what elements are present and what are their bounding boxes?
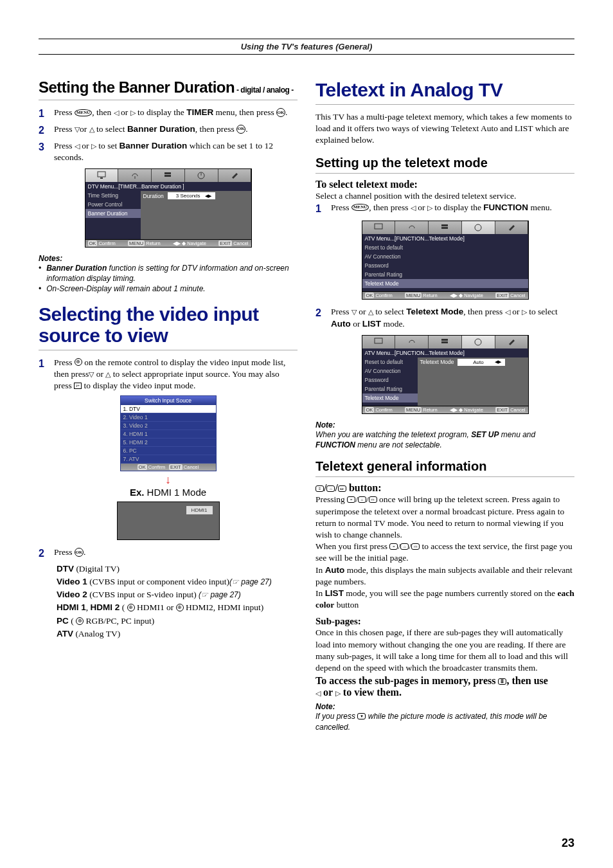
step-2: 2 Press ▽ or △ to select Teletext Mode, …: [315, 306, 574, 329]
step-text: Press MENU, then press ◁ or ▷ to display…: [331, 202, 552, 216]
menu-item: Reset to default: [362, 357, 418, 366]
t: to display the: [136, 107, 187, 117]
label: Teletext Mode: [406, 307, 463, 316]
t: , then press: [463, 307, 505, 316]
t: menu are not selectable.: [355, 440, 442, 449]
t: or: [351, 319, 362, 329]
note-item: If you press ▼ while the picture mode is…: [315, 711, 574, 732]
section-title-video-input: Selecting the video input source to view: [39, 303, 298, 350]
t: mode, you will see the page numbers curr…: [344, 588, 558, 598]
intro-text: This TV has a multi-page teletext memory…: [315, 111, 574, 147]
foot-label: Cancel: [233, 240, 248, 246]
menu-body: Reset to default AV Connection Password …: [362, 357, 528, 406]
t: (: [120, 602, 127, 612]
mix-icon: ⌂: [358, 496, 366, 503]
foot-label: Cancel: [510, 293, 525, 298]
step-1: 1 Press MENU, then press ◁ or ▷ to displ…: [315, 202, 574, 216]
foot-key: EXIT: [495, 293, 509, 298]
t: In: [315, 588, 325, 598]
left-tri-icon: ◁: [315, 689, 321, 697]
tab-feature-icon: [429, 336, 462, 348]
t: When you first press: [315, 541, 389, 551]
t: to select: [373, 307, 406, 316]
foot-key: MENU: [405, 407, 422, 413]
right-tri-icon: ▷: [130, 109, 136, 116]
t: or: [80, 141, 91, 150]
ok-icon: OK: [236, 125, 245, 134]
menu-item: Time Setting: [85, 191, 141, 200]
svg-rect-8: [441, 224, 448, 226]
def-label: ATV: [57, 629, 73, 638]
switch-item: 7. ATV: [121, 455, 216, 464]
foot-key: MENU: [405, 293, 422, 298]
t: Auto: [325, 565, 345, 575]
mix-icon: ⌂: [400, 543, 409, 550]
input-definitions: DTV (Digital TV) Video 1 (CVBS input or …: [57, 563, 298, 640]
step-number: 3: [39, 140, 48, 163]
osd-menu-banner: DTV Menu...[TIMER...Banner Duration ] Ti…: [85, 168, 252, 248]
foot-label: ◀▶ ◆ Navigate: [173, 240, 206, 246]
t: or: [416, 203, 427, 212]
svg-rect-4: [164, 175, 171, 177]
t: .: [285, 107, 287, 117]
t: Pressing: [315, 494, 347, 504]
right-tri-icon: ▷: [91, 142, 96, 150]
t: Press: [331, 307, 351, 316]
t: , then press: [369, 203, 411, 212]
bullet-icon: [39, 263, 42, 284]
note-item: When you are watching the teletext progr…: [315, 429, 574, 450]
input-circle-icon: ⊕: [76, 617, 84, 625]
t: button: [334, 600, 359, 610]
menu-footer: OK Confirm MENU Return ◀▶ ◆ Navigate EXI…: [362, 291, 528, 299]
t: When you are watching the teletext progr…: [315, 430, 471, 439]
t: button:: [346, 482, 382, 493]
title-main: Setting the Banner Duration: [39, 78, 235, 96]
paragraph: In LIST mode, you will see the page numb…: [315, 588, 574, 611]
t: RGB/PC, PC input): [84, 616, 154, 626]
step-number: 1: [39, 107, 48, 121]
step-number: 2: [39, 123, 48, 138]
switch-header: Switch Input Souce: [121, 396, 216, 405]
teletext-icon: ≡: [315, 485, 324, 492]
def-label: Video 1: [57, 577, 87, 586]
step-number: 2: [39, 547, 48, 561]
note-bold: Banner Duration: [46, 264, 107, 273]
t: to select: [527, 307, 558, 316]
left-tri-icon: ◁: [75, 142, 80, 150]
step-text: Press ▽ or △ to select Teletext Mode, th…: [331, 306, 574, 329]
notes-heading: Note:: [315, 702, 574, 711]
step-2: 2 Press OK.: [39, 547, 298, 561]
foot-key: MENU: [128, 240, 145, 246]
foot-label: Return: [423, 407, 438, 413]
t: mode.: [381, 319, 405, 329]
tab-picture-icon: [362, 221, 396, 234]
foot-label: Return: [423, 293, 438, 298]
left-tri-icon: ◁: [505, 308, 510, 316]
tv-icon: ▭: [338, 485, 346, 492]
paragraph: Once in this chosen page, if there are s…: [315, 627, 574, 674]
t: , then: [92, 107, 113, 117]
ex-rest: HDMI 1 Mode: [144, 487, 206, 498]
two-column-layout: Setting the Banner Duration - digital / …: [39, 70, 574, 732]
page-ref: (☞ page 27): [229, 577, 272, 586]
menu-item: Parental Rating: [362, 270, 528, 279]
t: , then press: [195, 124, 237, 134]
paragraph: To access the sub-pages in memory, press…: [315, 675, 574, 687]
right-column: Teletext in Analog TV This TV has a mult…: [315, 70, 574, 732]
foot-label: Confirm: [148, 464, 165, 470]
paragraph: ◁ or ▷ to view them.: [315, 687, 574, 698]
ok-icon: OK: [75, 548, 84, 557]
tab-feature-icon: [152, 169, 185, 182]
paragraph: In Auto mode, this displays the main sub…: [315, 565, 574, 588]
subhead: To select teletext mode:: [315, 179, 574, 190]
t: Press: [54, 141, 75, 150]
step-number: 2: [315, 306, 324, 329]
menu-body: Reset to default AV Connection Password …: [362, 243, 528, 291]
label: LIST: [362, 319, 381, 329]
tab-feature-icon: [429, 221, 462, 234]
menu-row: Duration 3 Seconds ◀▶: [143, 192, 249, 199]
t: or: [510, 307, 522, 316]
info-icon: i+: [74, 383, 82, 389]
section-title-setup-teletext: Setting up the teletext mode: [315, 156, 574, 174]
section-title-teletext-general: Teletext general information: [315, 459, 574, 477]
